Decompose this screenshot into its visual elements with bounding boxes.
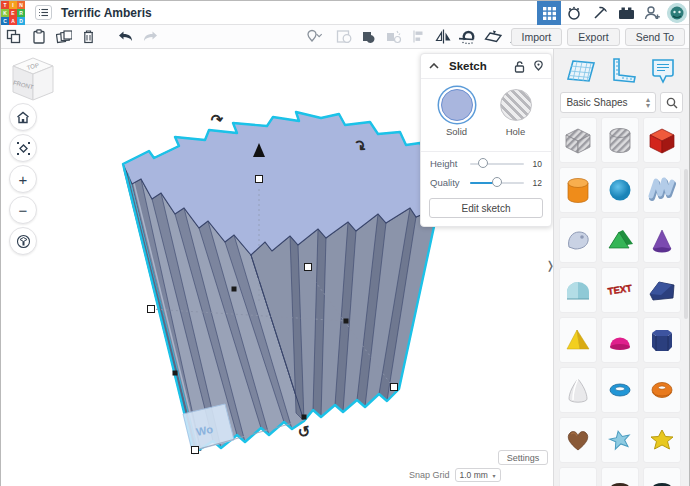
sidebar-collapse-handle[interactable]: ❭ (545, 255, 555, 275)
shape-category-dropdown[interactable]: Basic Shapes ▴▾ (560, 92, 656, 113)
sim-lab-button[interactable] (561, 1, 587, 25)
export-button[interactable]: Export (567, 28, 619, 46)
align-button[interactable] (406, 26, 431, 48)
shape-torus[interactable] (643, 367, 681, 413)
shape-round-roof[interactable] (559, 267, 597, 313)
invite-user-icon (644, 5, 661, 21)
shape-roof[interactable] (601, 217, 639, 263)
shape-star[interactable] (643, 417, 681, 463)
redo-button[interactable] (138, 26, 163, 48)
minecraft-export-button[interactable] (587, 1, 613, 25)
design-title: Terrific Amberis (61, 6, 152, 20)
avatar[interactable] (667, 3, 687, 23)
show-hide-button[interactable] (301, 26, 331, 48)
shape-star-blue[interactable] (601, 417, 639, 463)
notes-tool-button[interactable] (646, 56, 680, 86)
trash-icon (82, 29, 95, 44)
duplicate-button[interactable] (51, 26, 76, 48)
hole-label: Hole (506, 126, 526, 137)
lego-export-button[interactable] (613, 1, 639, 25)
shape-wedge[interactable] (643, 267, 681, 313)
apps-grid-icon (543, 7, 556, 20)
height-slider[interactable] (470, 163, 524, 165)
solid-option[interactable]: Solid (441, 89, 473, 137)
shape-torus-thin[interactable] (601, 367, 639, 413)
shape-cone[interactable] (643, 217, 681, 263)
shape-heart[interactable] (559, 417, 597, 463)
copy-icon (6, 29, 21, 44)
shape-scribble[interactable] (643, 167, 681, 213)
hole-swatch (500, 89, 532, 121)
shape-clipped-1[interactable] (559, 467, 597, 486)
edit-sketch-button[interactable]: Edit sketch (429, 198, 543, 218)
sim-lab-icon (566, 5, 582, 21)
shape-category-value: Basic Shapes (566, 97, 646, 108)
shapes-sidebar: ❭ (554, 49, 689, 486)
tinkercad-logo[interactable]: TINKERCAD (1, 1, 25, 25)
import-button[interactable]: Import (511, 28, 563, 46)
rotate-arrow-bottom: ↺ (296, 422, 312, 441)
logo-cell: A (9, 17, 17, 25)
shape-box[interactable] (643, 117, 681, 163)
search-icon (666, 97, 678, 109)
logo-cell: N (17, 1, 25, 9)
apps-grid-button[interactable] (537, 1, 561, 25)
height-slider-knob[interactable] (478, 158, 488, 168)
workplane-tool-button[interactable] (564, 56, 598, 86)
3d-viewport[interactable]: TOP FRONT + (1, 49, 554, 486)
design-properties-button[interactable] (35, 5, 52, 20)
shape-cylinder-hole[interactable] (601, 117, 639, 163)
delete-button[interactable] (76, 26, 101, 48)
shape-box-hole[interactable] (559, 117, 597, 163)
paste-icon (32, 29, 46, 44)
quality-slider-knob[interactable] (492, 177, 502, 187)
caret-down-icon: ▾ (493, 472, 496, 479)
workplane-button[interactable] (481, 26, 506, 48)
magnet-snap-button[interactable] (456, 26, 481, 48)
shape-search-button[interactable] (660, 92, 683, 113)
shape-half-sphere[interactable] (601, 317, 639, 363)
shape-clipped-3[interactable] (643, 467, 681, 486)
shape-sphere[interactable] (601, 167, 639, 213)
quality-label: Quality (430, 177, 464, 188)
group-button[interactable] (331, 26, 356, 48)
quality-slider[interactable] (470, 182, 524, 184)
logo-cell: D (17, 17, 25, 25)
undo-button[interactable] (113, 26, 138, 48)
shape-cylinder[interactable] (559, 167, 597, 213)
hole-option[interactable]: Hole (500, 89, 532, 137)
invite-button[interactable] (639, 1, 665, 25)
svg-text:TEXT: TEXT (607, 282, 633, 296)
visibility-bulb-icon[interactable] (534, 60, 543, 73)
shape-polygon[interactable] (643, 317, 681, 363)
tinkercad-window: TINKERCAD Terrific Amberis (0, 0, 690, 486)
lock-icon[interactable] (514, 60, 525, 73)
magnet-icon (459, 29, 478, 45)
mirror-button[interactable] (431, 26, 456, 48)
ungroup-button[interactable] (356, 26, 381, 48)
shape-pyramid[interactable] (559, 317, 597, 363)
shape-shell[interactable] (559, 217, 597, 263)
shape-text[interactable]: TEXT (601, 267, 639, 313)
copy-button[interactable] (1, 26, 26, 48)
sidebar-scrollbar[interactable] (684, 169, 688, 319)
shape-clipped-2[interactable] (601, 467, 639, 486)
solid-label: Solid (446, 126, 467, 137)
height-label: Height (430, 158, 464, 169)
send-to-button[interactable]: Send To (625, 28, 685, 46)
lego-brick-icon (618, 6, 635, 20)
paste-button[interactable] (26, 26, 51, 48)
duplicate-icon (56, 29, 72, 44)
shape-paraboloid[interactable] (559, 367, 597, 413)
notes-icon (650, 57, 676, 85)
snap-grid-dropdown[interactable]: 1.0 mm ▾ (455, 468, 501, 482)
collapse-chevron-icon[interactable] (429, 63, 439, 69)
mirror-icon (435, 29, 452, 44)
settings-button[interactable]: Settings (498, 450, 548, 465)
ungroup-all-button[interactable] (381, 26, 406, 48)
solid-swatch (441, 89, 473, 121)
ungroup-icon (361, 29, 377, 44)
ruler-tool-button[interactable] (605, 56, 639, 86)
logo-cell: E (9, 9, 17, 17)
logo-cell: K (1, 9, 9, 17)
